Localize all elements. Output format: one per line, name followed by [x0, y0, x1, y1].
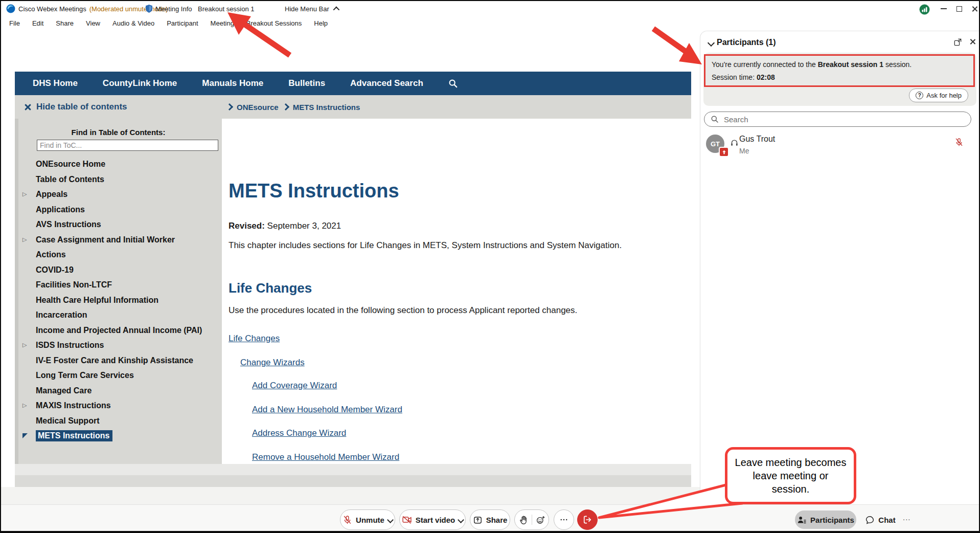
session-connected-banner: You're currently connected to the Breako…	[704, 54, 975, 87]
toc-item-case-assignment[interactable]: ▷Case Assignment and Initial Worker Acti…	[15, 232, 215, 262]
browser-footer-band	[15, 464, 691, 475]
browser-toolbar: Hide table of contents ONEsource METS In…	[15, 95, 691, 119]
menu-help[interactable]: Help	[308, 19, 334, 27]
revised-date: September 3, 2021	[267, 221, 341, 231]
close-panel-icon[interactable]	[969, 38, 976, 45]
leave-meeting-icon	[582, 515, 592, 525]
ask-for-help-button[interactable]: ? Ask for help	[909, 88, 968, 102]
toc-item-table-of-contents[interactable]: Table of Contents	[15, 172, 215, 187]
mic-muted-icon[interactable]	[954, 138, 964, 147]
start-video-button[interactable]: Start video	[399, 509, 466, 530]
link-add-new-household-member-wizard[interactable]: Add a New Household Member Wizard	[252, 405, 402, 415]
share-button[interactable]: Share	[470, 509, 510, 530]
toc-item-isds-instructions[interactable]: ▷ISDS Instructions	[15, 338, 215, 353]
menu-edit[interactable]: Edit	[26, 19, 50, 27]
toc-expander-icon[interactable]: ▷	[22, 187, 31, 202]
window-close-button[interactable]	[968, 3, 980, 14]
session-time-value: 02:08	[757, 73, 775, 81]
more-panels-button[interactable]: ...	[903, 513, 911, 522]
nav-countylink-home[interactable]: CountyLink Home	[103, 78, 177, 88]
search-icon[interactable]	[448, 79, 458, 88]
toc-item-covid-19[interactable]: COVID-19	[15, 262, 215, 278]
session-time-line: Session time: 02:08	[712, 73, 775, 81]
toc-expander-icon[interactable]: ▷	[22, 232, 31, 248]
toc-item-income-pai[interactable]: Income and Projected Annual Income (PAI)	[15, 323, 215, 338]
menu-participant[interactable]: Participant	[161, 19, 204, 27]
toc-item-maxis-instructions[interactable]: ▷MAXIS Instructions	[15, 398, 215, 413]
meeting-info-button[interactable]: Meeting Info	[146, 1, 192, 16]
participants-toggle-button[interactable]: Participants	[795, 510, 856, 529]
breadcrumb-mets[interactable]: METS Instructions	[293, 103, 360, 112]
toc-item-managed-care[interactable]: Managed Care	[15, 383, 215, 398]
toc-item-incarceration[interactable]: Incarceration	[15, 307, 215, 323]
toc-item-medical-support[interactable]: Medical Support	[15, 413, 215, 429]
chevron-down-icon[interactable]	[387, 517, 394, 523]
toc-item-facilities-non-ltcf[interactable]: Facilities Non-LTCF	[15, 277, 215, 293]
toc-expander-open-icon[interactable]	[22, 433, 28, 438]
toc-item-ive-foster-care[interactable]: IV-E Foster Care and Kinship Assistance	[15, 353, 215, 368]
toc-item-long-term-care-services[interactable]: Long Term Care Services	[15, 368, 215, 383]
nav-bulletins[interactable]: Bulletins	[288, 78, 325, 88]
menu-file[interactable]: File	[3, 19, 26, 27]
ask-for-help-label: Ask for help	[926, 92, 962, 99]
share-label: Share	[486, 516, 508, 524]
connection-quality-indicator[interactable]	[918, 4, 930, 15]
collapse-panel-chevron-icon[interactable]	[708, 39, 715, 47]
participants-panel-title: Participants (1)	[717, 38, 776, 47]
menu-view[interactable]: View	[80, 19, 106, 27]
link-remove-household-member-wizard[interactable]: Remove a Household Member Wizard	[252, 452, 399, 462]
chat-toggle-button[interactable]: Chat	[861, 510, 900, 529]
participants-toggle-label: Participants	[810, 516, 854, 524]
nav-advanced-search[interactable]: Advanced Search	[350, 78, 423, 88]
link-address-change-wizard[interactable]: Address Change Wizard	[252, 428, 346, 438]
menu-share[interactable]: Share	[50, 19, 80, 27]
leave-meeting-button[interactable]	[577, 509, 598, 530]
more-options-button[interactable]	[554, 509, 574, 530]
nav-manuals-home[interactable]: Manuals Home	[202, 78, 263, 88]
session-banner-text: You're currently connected to the Breako…	[712, 60, 911, 69]
headset-icon	[730, 139, 739, 147]
revised-line: Revised: September 3, 2021	[229, 221, 341, 231]
raise-hand-icon[interactable]	[518, 515, 528, 525]
participants-search-input[interactable]	[723, 115, 965, 124]
participant-name: Gus Trout	[739, 135, 775, 144]
minimize-button[interactable]	[938, 3, 950, 14]
menu-meeting[interactable]: Meeting	[204, 19, 240, 27]
toc-expander-icon[interactable]: ▷	[22, 398, 31, 413]
toc-expander-icon[interactable]: ▷	[22, 338, 31, 353]
toc-item-mets-instructions-selected[interactable]: METS Instructions	[15, 428, 215, 443]
chevron-down-icon[interactable]	[458, 517, 464, 523]
hide-menu-bar-button[interactable]: Hide Menu Bar	[285, 1, 338, 16]
link-add-coverage-wizard[interactable]: Add Coverage Wizard	[252, 381, 337, 391]
menu-audio-video[interactable]: Audio & Video	[106, 19, 161, 27]
menu-bar: File Edit Share View Audio & Video Parti…	[3, 16, 334, 30]
maximize-restore-button[interactable]	[953, 3, 965, 14]
participants-icon	[797, 515, 807, 525]
title-bar-left: Cisco Webex Meetings (Moderated unmute m…	[6, 1, 168, 16]
link-life-changes[interactable]: Life Changes	[229, 334, 280, 344]
table-of-contents-panel: Find in Table of Contents: ONEsource Hom…	[15, 119, 222, 464]
toc-list: ONEsource Home Table of Contents ▷Appeal…	[15, 157, 222, 443]
menu-breakout-sessions[interactable]: Breakout Sessions	[240, 19, 308, 27]
breakout-session-tab[interactable]: Breakout session 1	[198, 1, 255, 16]
reactions-smiley-icon[interactable]	[536, 515, 545, 525]
hide-toc-button[interactable]: Hide table of contents	[24, 95, 127, 119]
link-change-wizards[interactable]: Change Wizards	[240, 358, 305, 368]
popout-panel-icon[interactable]	[953, 38, 963, 47]
toc-item-onesource-home[interactable]: ONEsource Home	[15, 157, 215, 172]
toc-item-appeals[interactable]: ▷Appeals	[15, 187, 215, 202]
participant-role: Me	[739, 147, 749, 155]
toc-item-health-care-helpful-information[interactable]: Health Care Helpful Information	[15, 293, 215, 308]
chat-toggle-label: Chat	[878, 516, 895, 524]
shield-icon	[146, 5, 152, 13]
hide-menu-bar-label: Hide Menu Bar	[285, 5, 329, 13]
participants-search[interactable]	[704, 112, 971, 127]
nav-dhs-home[interactable]: DHS Home	[33, 78, 78, 88]
breadcrumb: ONEsource METS Instructions	[227, 95, 360, 119]
toc-find-input[interactable]	[37, 140, 218, 151]
toc-item-avs-instructions[interactable]: AVS Instructions	[15, 217, 215, 232]
participant-row[interactable]: GT Gus Trout Me	[700, 132, 980, 161]
toc-item-applications[interactable]: Applications	[15, 202, 215, 217]
breadcrumb-onesource[interactable]: ONEsource	[237, 103, 279, 112]
unmute-button[interactable]: Unmute	[340, 509, 395, 530]
